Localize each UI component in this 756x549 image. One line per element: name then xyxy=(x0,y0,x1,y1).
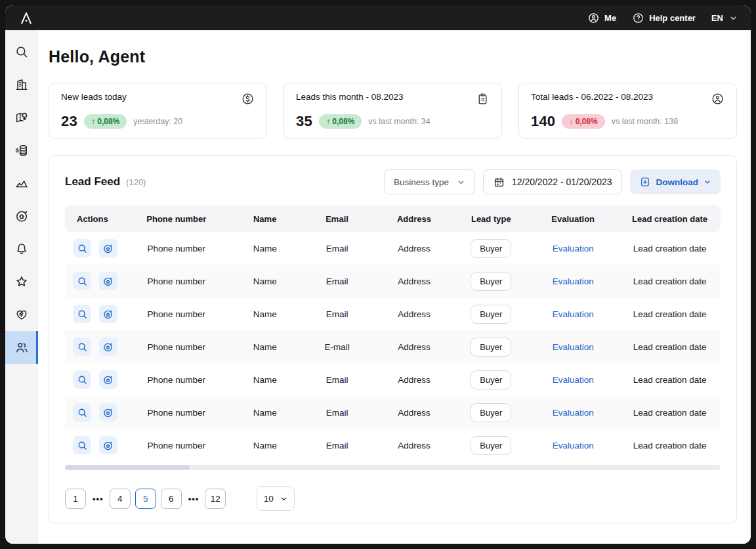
home-circle-icon xyxy=(102,309,114,320)
me-menu[interactable]: Me xyxy=(587,12,616,24)
card-subtext: yesterday: 20 xyxy=(133,117,182,126)
page-button-1[interactable]: 1 xyxy=(65,489,86,509)
sidebar-item-search[interactable] xyxy=(5,35,38,68)
row-search-button[interactable] xyxy=(73,305,91,323)
pagination-ellipsis: ••• xyxy=(93,494,104,504)
cell-created: Lead creation date xyxy=(619,297,721,330)
cell-name: Name xyxy=(229,265,301,297)
download-button[interactable]: Download xyxy=(630,169,721,194)
help-center-menu[interactable]: Help center xyxy=(632,12,696,24)
chevron-down-icon xyxy=(457,178,465,187)
evaluation-link[interactable]: Evaluation xyxy=(553,309,594,319)
col-lead-type: Lead type xyxy=(455,206,527,232)
search-icon xyxy=(77,440,88,451)
cell-created: Lead creation date xyxy=(619,265,721,297)
search-icon xyxy=(14,45,29,59)
page-button-4[interactable]: 4 xyxy=(110,489,131,509)
panel-title: Lead Feed xyxy=(65,175,120,188)
cell-email: Email xyxy=(301,297,373,330)
delta-badge: ↓ 0,08% xyxy=(562,114,604,129)
lead-type-badge: Buyer xyxy=(471,436,511,455)
stat-card-total-leads: Total leads - 06.2022 - 08.2023 140 ↓ 0,… xyxy=(518,83,737,139)
app-window: Me Help center EN xyxy=(5,5,751,544)
evaluation-link[interactable]: Evaluation xyxy=(553,244,594,253)
scrollbar-thumb[interactable] xyxy=(65,465,190,470)
cell-email: Email xyxy=(301,429,373,462)
page-button-6[interactable]: 6 xyxy=(161,489,182,509)
cell-address: Address xyxy=(373,429,455,462)
sidebar-item-partnership[interactable] xyxy=(5,298,38,331)
page-button-12[interactable]: 12 xyxy=(205,489,226,509)
col-email: Email xyxy=(301,206,373,232)
home-circle-icon xyxy=(102,374,114,385)
row-property-button[interactable] xyxy=(99,239,117,257)
search-icon xyxy=(77,243,88,254)
home-circle-icon xyxy=(14,209,29,223)
evaluation-link[interactable]: Evaluation xyxy=(553,441,594,450)
cell-address: Address xyxy=(373,232,455,265)
cell-phone: Phone number xyxy=(124,330,229,363)
brand-logo-icon[interactable] xyxy=(18,10,34,26)
cell-name: Name xyxy=(229,396,301,429)
table-row: Phone number Name Email Address Buyer Ev… xyxy=(65,232,721,265)
cell-phone: Phone number xyxy=(124,396,229,429)
page-size-select[interactable]: 10 xyxy=(257,486,295,511)
lead-table-body: Phone number Name Email Address Buyer Ev… xyxy=(65,232,721,462)
home-circle-icon xyxy=(102,440,114,451)
sidebar-item-finance[interactable]: $ xyxy=(5,134,38,167)
lead-type-badge: Buyer xyxy=(471,338,511,357)
col-actions: Actions xyxy=(65,206,124,232)
sidebar-item-analytics[interactable] xyxy=(5,167,38,200)
sidebar-item-leads[interactable] xyxy=(5,331,38,364)
row-property-button[interactable] xyxy=(99,370,117,389)
row-property-button[interactable] xyxy=(99,305,117,323)
language-select[interactable]: EN xyxy=(711,13,738,23)
me-label: Me xyxy=(604,13,616,23)
horizontal-scrollbar[interactable] xyxy=(65,465,721,470)
home-circle-icon xyxy=(102,276,114,287)
top-bar: Me Help center EN xyxy=(5,5,751,30)
sidebar-item-map[interactable] xyxy=(5,101,38,134)
row-search-button[interactable] xyxy=(73,436,91,454)
row-search-button[interactable] xyxy=(73,272,91,290)
evaluation-link[interactable]: Evaluation xyxy=(553,408,594,418)
sidebar-item-home[interactable] xyxy=(5,200,38,232)
card-subtext: vs last month: 138 xyxy=(612,117,678,126)
cell-email: Email xyxy=(301,265,373,297)
lead-type-badge: Buyer xyxy=(471,272,511,291)
business-type-select[interactable]: Business type xyxy=(384,169,475,194)
question-circle-icon xyxy=(632,12,644,24)
lead-type-badge: Buyer xyxy=(471,239,511,258)
search-icon xyxy=(77,374,88,385)
row-search-button[interactable] xyxy=(73,239,91,257)
row-property-button[interactable] xyxy=(99,403,117,422)
cell-address: Address xyxy=(373,396,455,429)
evaluation-link[interactable]: Evaluation xyxy=(553,276,594,286)
sidebar-item-favorites[interactable] xyxy=(5,265,38,298)
card-value: 35 xyxy=(296,113,312,130)
row-property-button[interactable] xyxy=(99,272,117,290)
row-property-button[interactable] xyxy=(99,338,117,356)
evaluation-link[interactable]: Evaluation xyxy=(553,375,594,385)
map-location-icon xyxy=(14,110,29,125)
stat-card-month-leads: Leads this month - 08.2023 35 ↑ 0,08% vs… xyxy=(284,83,502,139)
sidebar-item-notifications[interactable] xyxy=(5,232,38,265)
cell-address: Address xyxy=(373,265,455,297)
date-range-picker[interactable]: 12/20/2022 - 01/20/2023 xyxy=(483,169,622,194)
evaluation-link[interactable]: Evaluation xyxy=(553,342,594,352)
col-address: Address xyxy=(373,206,455,232)
row-search-button[interactable] xyxy=(73,370,91,389)
download-label: Download xyxy=(656,177,699,187)
page-button-5-active[interactable]: 5 xyxy=(135,489,156,509)
cell-name: Name xyxy=(229,363,301,396)
home-circle-icon xyxy=(102,407,114,418)
card-label: Leads this month - 08.2023 xyxy=(296,92,404,102)
cell-name: Name xyxy=(229,429,301,462)
download-file-icon xyxy=(639,176,651,188)
page-title: Hello, Agent xyxy=(49,47,737,66)
sidebar-item-properties[interactable] xyxy=(5,68,38,101)
chevron-down-icon xyxy=(280,494,288,503)
row-search-button[interactable] xyxy=(73,403,91,422)
row-search-button[interactable] xyxy=(73,338,91,356)
row-property-button[interactable] xyxy=(99,436,117,454)
